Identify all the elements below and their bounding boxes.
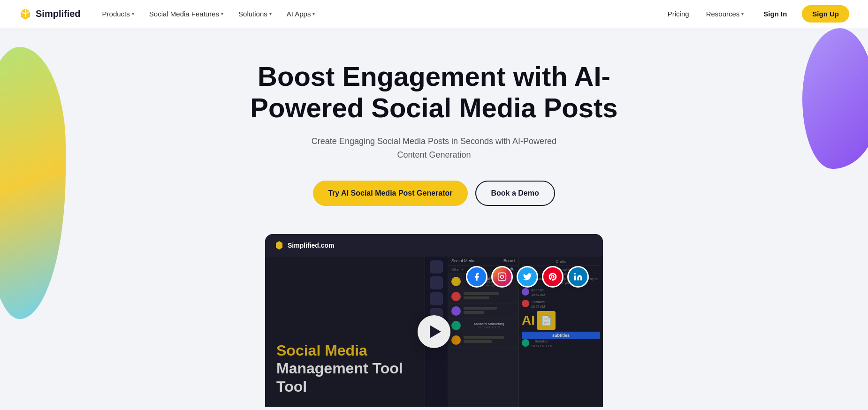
video-brand: Simplified.com <box>274 241 335 250</box>
twitter-icon <box>517 266 538 288</box>
hero-buttons: Try AI Social Media Post Generator Book … <box>19 181 849 206</box>
logo-link[interactable]: Simplified <box>19 8 81 21</box>
navigation: Simplified Products ▾ Social Media Featu… <box>0 0 868 28</box>
try-generator-button[interactable]: Try AI Social Media Post Generator <box>313 181 467 206</box>
chevron-down-icon: ▾ <box>312 11 315 16</box>
facebook-icon <box>466 266 487 288</box>
instagram-icon <box>491 266 513 288</box>
video-brand-text: Simplified.com <box>288 242 335 249</box>
chevron-down-icon: ▾ <box>221 11 223 16</box>
video-brand-icon <box>274 241 284 250</box>
nav-links: Products ▾ Social Media Features ▾ Solut… <box>96 6 663 22</box>
nav-resources[interactable]: Resources ▾ <box>701 6 749 22</box>
hero-subtitle: Create Engaging Social Media Posts in Se… <box>303 135 565 162</box>
video-thumbnail: Simplified.com <box>265 234 603 407</box>
video-header: Simplified.com <box>265 234 603 257</box>
signup-button[interactable]: Sign Up <box>802 5 849 23</box>
svg-point-2 <box>574 273 576 274</box>
social-icons-row <box>466 266 589 288</box>
linkedin-icon <box>567 266 589 288</box>
book-demo-button[interactable]: Book a Demo <box>475 181 555 206</box>
video-inner: Simplified.com <box>265 234 603 407</box>
logo-text: Simplified <box>36 8 81 19</box>
nav-pricing[interactable]: Pricing <box>663 6 694 22</box>
chevron-down-icon: ▾ <box>132 11 134 16</box>
play-button[interactable] <box>418 315 450 348</box>
pinterest-icon <box>542 266 563 288</box>
hero-section: Boost Engagement with AI-Powered Social … <box>0 28 868 410</box>
nav-right: Pricing Resources ▾ Sign In Sign Up <box>663 5 849 23</box>
nav-ai-apps[interactable]: AI Apps ▾ <box>280 6 322 22</box>
nav-solutions[interactable]: Solutions ▾ <box>232 6 278 22</box>
chevron-down-icon: ▾ <box>269 11 272 16</box>
play-icon <box>430 325 441 338</box>
svg-rect-0 <box>498 273 506 281</box>
chevron-down-icon: ▾ <box>741 11 744 16</box>
logo-icon <box>19 8 32 21</box>
video-body: Social Media Management Tool Tool <box>265 257 603 407</box>
hero-title: Boost Engagement with AI-Powered Social … <box>246 61 622 123</box>
hero-content: Boost Engagement with AI-Powered Social … <box>19 61 849 407</box>
nav-social-media-features[interactable]: Social Media Features ▾ <box>143 6 230 22</box>
nav-products[interactable]: Products ▾ <box>96 6 141 22</box>
signin-button[interactable]: Sign In <box>756 6 794 22</box>
